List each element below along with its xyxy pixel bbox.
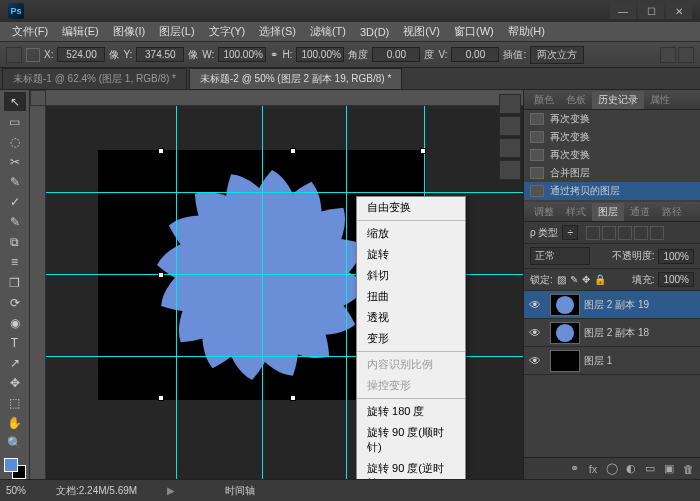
history-tab-2[interactable]: 历史记录 [592,91,644,109]
strip-button-4[interactable] [499,160,521,180]
strip-button-1[interactable] [499,94,521,114]
ctx-item-12[interactable]: 旋转 180 度 [357,401,465,422]
doc-tab-2[interactable]: 未标题-2 @ 50% (图层 2 副本 19, RGB/8) * [189,68,402,89]
tool-16[interactable]: ✋ [4,414,26,433]
layer-thumbnail[interactable] [550,294,580,316]
history-tab-1[interactable]: 色板 [560,91,592,109]
layer-fx-icon[interactable]: fx [585,461,601,477]
ctx-item-7[interactable]: 变形 [357,328,465,349]
menu-10[interactable]: 帮助(H) [502,22,551,41]
tool-3[interactable]: ✂ [4,152,26,171]
commit-transform-icon[interactable] [678,47,694,63]
menu-4[interactable]: 文字(Y) [203,22,252,41]
menu-7[interactable]: 3D(D) [354,24,395,40]
tool-15[interactable]: ⬚ [4,394,26,413]
tool-9[interactable]: ❐ [4,273,26,292]
tool-5[interactable]: ✓ [4,193,26,212]
minimize-button[interactable]: — [610,3,636,19]
menu-8[interactable]: 视图(V) [397,22,446,41]
menu-2[interactable]: 图像(I) [107,22,151,41]
group-icon[interactable]: ▭ [642,461,658,477]
lock-pixels-icon[interactable]: ✎ [570,274,578,285]
move-tool-icon[interactable] [6,47,22,63]
lock-all-icon[interactable]: 🔒 [594,274,606,285]
tool-8[interactable]: ≡ [4,253,26,272]
layer-thumbnail[interactable] [550,350,580,372]
h-field[interactable]: 100.00% [296,47,344,62]
link-layers-icon[interactable]: ⚭ [566,461,582,477]
delete-layer-icon[interactable]: 🗑 [680,461,696,477]
ctx-item-0[interactable]: 自由变换 [357,197,465,218]
menu-5[interactable]: 选择(S) [253,22,302,41]
tool-4[interactable]: ✎ [4,172,26,191]
menu-1[interactable]: 编辑(E) [56,22,105,41]
filter-shape-icon[interactable] [634,226,648,240]
tool-11[interactable]: ◉ [4,313,26,332]
ctx-item-14[interactable]: 旋转 90 度(逆时针) [357,458,465,479]
ctx-item-2[interactable]: 缩放 [357,223,465,244]
layer-mask-icon[interactable]: ◯ [604,461,620,477]
timeline-label[interactable]: 时间轴 [225,484,255,498]
close-button[interactable]: ✕ [666,3,692,19]
doc-tab-1[interactable]: 未标题-1 @ 62.4% (图层 1, RGB/8) * [2,68,187,89]
guide-horizontal-1[interactable] [46,192,523,193]
ref-point-icon[interactable] [26,48,40,62]
layer-row[interactable]: 👁图层 1 [524,347,700,375]
x-field[interactable]: 524.00 [57,47,105,62]
layer-list[interactable]: 👁图层 2 副本 19👁图层 2 副本 18👁图层 1 [524,291,700,457]
layers-tab-4[interactable]: 路径 [656,203,688,221]
tool-17[interactable]: 🔍 [4,434,26,453]
tool-6[interactable]: ✎ [4,213,26,232]
tool-12[interactable]: T [4,333,26,352]
strip-button-3[interactable] [499,138,521,158]
guide-vertical-1[interactable] [176,106,177,479]
history-tab-3[interactable]: 属性 [644,91,676,109]
tool-2[interactable]: ◌ [4,132,26,151]
history-item[interactable]: 合并图层 [524,164,700,182]
ctx-item-4[interactable]: 斜切 [357,265,465,286]
history-item[interactable]: 通过拷贝的图层 [524,182,700,200]
visibility-icon[interactable]: 👁 [524,298,546,312]
transform-handle-ne[interactable] [420,148,426,154]
tool-10[interactable]: ⟳ [4,293,26,312]
history-tab-0[interactable]: 颜色 [528,91,560,109]
tool-0[interactable]: ↖ [4,92,26,111]
layer-kind-select[interactable]: ÷ [562,225,578,240]
history-item[interactable]: 再次变换 [524,128,700,146]
ruler-horizontal[interactable] [46,90,523,106]
layers-tab-0[interactable]: 调整 [528,203,560,221]
adjustment-layer-icon[interactable]: ◐ [623,461,639,477]
w-field[interactable]: 100.00% [218,47,266,62]
lock-transparency-icon[interactable]: ▨ [557,274,566,285]
menu-6[interactable]: 滤镜(T) [304,22,352,41]
color-swatch[interactable] [4,458,26,479]
history-item[interactable]: 再次变换 [524,110,700,128]
tool-7[interactable]: ⧉ [4,233,26,252]
v-field[interactable]: 0.00 [451,47,499,62]
filter-adjust-icon[interactable] [602,226,616,240]
ruler-vertical[interactable] [30,106,46,479]
menu-3[interactable]: 图层(L) [153,22,200,41]
opacity-field[interactable]: 100% [658,249,694,264]
filter-type-icon[interactable] [618,226,632,240]
lock-position-icon[interactable]: ✥ [582,274,590,285]
history-item[interactable]: 再次变换 [524,146,700,164]
menu-9[interactable]: 窗口(W) [448,22,500,41]
ctx-item-3[interactable]: 旋转 [357,244,465,265]
new-layer-icon[interactable]: ▣ [661,461,677,477]
y-field[interactable]: 374.50 [136,47,184,62]
transform-handle-sw[interactable] [158,395,164,401]
zoom-level[interactable]: 50% [6,485,46,496]
history-panel[interactable]: 再次变换再次变换再次变换合并图层通过拷贝的图层 [524,110,700,202]
tool-13[interactable]: ↗ [4,353,26,372]
transform-handle-s[interactable] [290,395,296,401]
filter-pixel-icon[interactable] [586,226,600,240]
layers-tab-3[interactable]: 通道 [624,203,656,221]
filter-smart-icon[interactable] [650,226,664,240]
layer-thumbnail[interactable] [550,322,580,344]
layers-tab-2[interactable]: 图层 [592,203,624,221]
cancel-transform-icon[interactable] [660,47,676,63]
transform-handle-n[interactable] [290,148,296,154]
guide-vertical-2[interactable] [262,106,263,479]
layers-tab-1[interactable]: 样式 [560,203,592,221]
